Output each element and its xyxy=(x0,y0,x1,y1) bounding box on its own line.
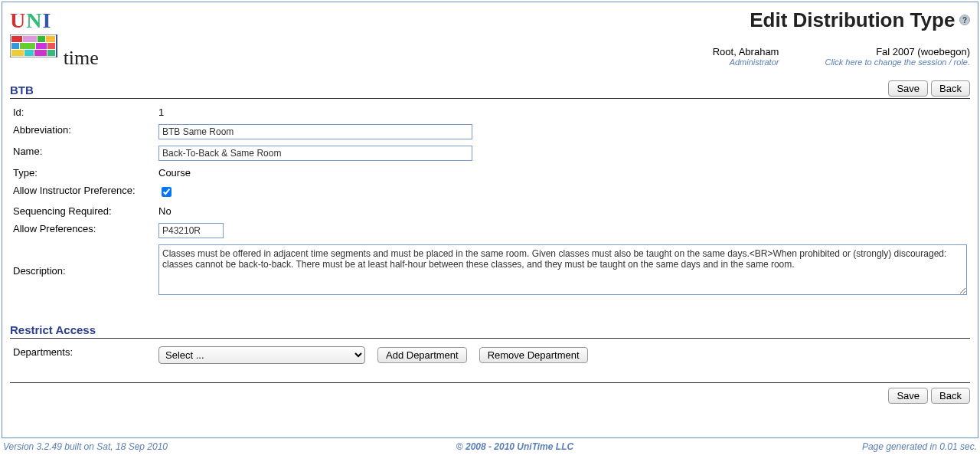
abbreviation-input[interactable] xyxy=(158,124,472,139)
svg-rect-9 xyxy=(11,50,24,56)
type-label: Type: xyxy=(10,164,155,182)
allow-ipr-label: Allow Instructor Preference: xyxy=(10,182,155,202)
restrict-title: Restrict Access xyxy=(10,323,96,336)
header-right: Edit Distribution Type ? Root, Abraham A… xyxy=(713,8,970,67)
logo-time-word: time xyxy=(64,47,99,69)
row-name: Name: xyxy=(10,143,970,164)
department-select[interactable]: Select ... xyxy=(158,346,365,364)
session-hint: Click here to change the session / role. xyxy=(825,57,970,67)
user-block: Root, Abraham Administrator xyxy=(713,46,779,67)
form-table: Id: 1 Abbreviation: Name: Type: Course A… xyxy=(10,103,970,300)
page-footer: Version 3.2.49 built on Sat, 18 Sep 2010… xyxy=(3,441,977,452)
section-title-btb: BTB xyxy=(10,84,34,97)
back-button[interactable]: Back xyxy=(931,80,970,97)
back-button-bottom[interactable]: Back xyxy=(931,388,970,404)
footer-bar: Save Back xyxy=(10,382,970,404)
session-block[interactable]: Fal 2007 (woebegon) Click here to change… xyxy=(825,46,970,67)
svg-rect-4 xyxy=(46,36,55,42)
svg-rect-2 xyxy=(23,36,37,42)
dept-controls: Select ... Add Department Remove Departm… xyxy=(158,346,967,364)
logo: UNI xyxy=(10,8,99,57)
logo-letter-n: N xyxy=(26,8,42,32)
footer-generated: Page generated in 0.01 sec. xyxy=(862,441,977,452)
dept-label: Departments: xyxy=(10,343,155,367)
allow-prefs-label: Allow Preferences: xyxy=(10,220,155,241)
user-role: Administrator xyxy=(713,57,779,67)
session-label: Fal 2007 (woebegon) xyxy=(825,46,970,57)
bottom-button-group: Save Back xyxy=(888,388,970,404)
logo-letter-i: I xyxy=(42,8,51,32)
allow-prefs-input[interactable] xyxy=(158,223,224,238)
abbr-label: Abbreviation: xyxy=(10,121,155,143)
page-frame: UNI xyxy=(2,2,978,438)
user-session-line: Root, Abraham Administrator Fal 2007 (wo… xyxy=(713,46,970,67)
row-allow-instructor-pref: Allow Instructor Preference: xyxy=(10,182,970,202)
svg-rect-5 xyxy=(11,43,19,49)
allow-instructor-pref-checkbox[interactable] xyxy=(162,187,172,197)
svg-rect-3 xyxy=(38,36,45,42)
svg-rect-1 xyxy=(11,36,22,42)
logo-letter-u: U xyxy=(10,8,26,32)
row-departments: Departments: Select ... Add Department R… xyxy=(10,343,970,367)
top-button-group: Save Back xyxy=(888,80,970,97)
svg-rect-12 xyxy=(47,50,55,56)
seq-value: No xyxy=(155,202,970,220)
header: UNI xyxy=(10,8,970,67)
name-input[interactable] xyxy=(158,146,472,161)
footer-version: Version 3.2.49 built on Sat, 18 Sep 2010 xyxy=(3,441,168,452)
help-icon[interactable]: ? xyxy=(959,15,970,25)
logo-block: UNI xyxy=(10,8,99,57)
timetable-icon xyxy=(10,34,57,57)
id-value: 1 xyxy=(155,103,970,121)
description-textarea[interactable] xyxy=(158,244,967,295)
save-button-bottom[interactable]: Save xyxy=(888,388,928,404)
save-button[interactable]: Save xyxy=(888,80,928,97)
remove-department-button[interactable]: Remove Department xyxy=(479,347,588,363)
row-id: Id: 1 xyxy=(10,103,970,121)
svg-rect-8 xyxy=(47,43,55,49)
svg-rect-11 xyxy=(34,50,47,56)
row-abbreviation: Abbreviation: xyxy=(10,121,970,143)
svg-rect-7 xyxy=(36,43,47,49)
section-bar-main: BTB Save Back xyxy=(10,80,970,99)
add-department-button[interactable]: Add Department xyxy=(377,347,467,363)
row-allow-prefs: Allow Preferences: xyxy=(10,220,970,241)
row-seq-required: Sequencing Required: No xyxy=(10,202,970,220)
row-type: Type: Course xyxy=(10,164,970,182)
user-name: Root, Abraham xyxy=(713,46,779,57)
page-title: Edit Distribution Type xyxy=(750,8,955,32)
restrict-table: Departments: Select ... Add Department R… xyxy=(10,343,970,367)
logo-text: UNI xyxy=(10,8,51,32)
footer-copyright: © 2008 - 2010 UniTime LLC xyxy=(168,441,862,452)
type-value: Course xyxy=(155,164,970,182)
row-description: Description: xyxy=(10,241,970,300)
svg-rect-10 xyxy=(24,50,34,56)
id-label: Id: xyxy=(10,103,155,121)
desc-label: Description: xyxy=(10,241,155,300)
seq-label: Sequencing Required: xyxy=(10,202,155,220)
section-bar-restrict: Restrict Access xyxy=(10,323,970,339)
name-label: Name: xyxy=(10,143,155,164)
svg-rect-6 xyxy=(20,43,35,49)
